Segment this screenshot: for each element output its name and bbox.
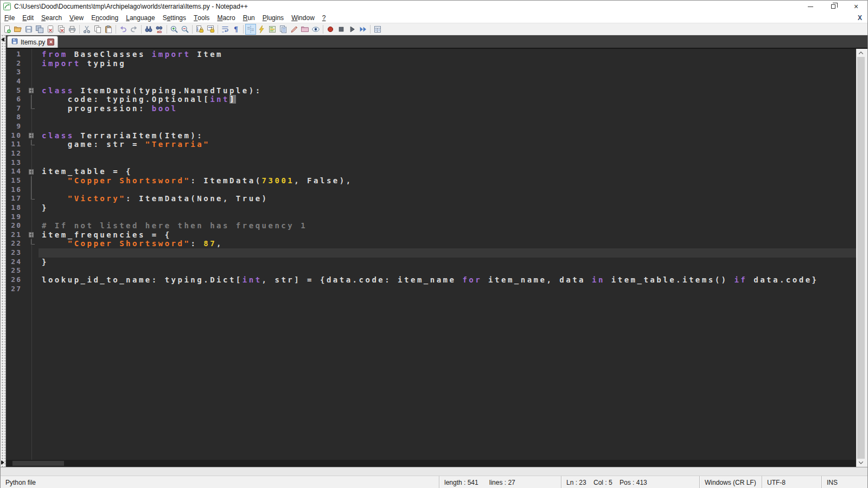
menu-item-help[interactable]: ? xyxy=(318,12,330,23)
vertical-scrollbar-track[interactable] xyxy=(857,57,865,459)
docking-grip[interactable] xyxy=(1,35,6,467)
menu-item-file[interactable]: File xyxy=(1,12,18,23)
print-button[interactable] xyxy=(67,24,78,35)
line-number[interactable]: 7 xyxy=(6,104,27,113)
collapse-right-arrow-icon[interactable] xyxy=(1,460,4,465)
vertical-scrollbar-thumb[interactable] xyxy=(857,57,865,459)
line-number[interactable]: 17 xyxy=(6,194,27,203)
code-line-5[interactable]: class ItemData(typing.NamedTuple): xyxy=(39,86,856,95)
show-indent-guide-button[interactable] xyxy=(245,24,256,35)
close-all-button[interactable] xyxy=(56,24,67,35)
line-number[interactable]: 4 xyxy=(6,77,27,86)
line-number[interactable]: 12 xyxy=(6,149,27,158)
cut-button[interactable] xyxy=(81,24,92,35)
line-number[interactable]: 3 xyxy=(6,68,27,77)
macro-run-multiple-button[interactable] xyxy=(358,24,368,35)
macro-play-button[interactable] xyxy=(347,24,358,35)
line-number[interactable]: 16 xyxy=(6,185,27,195)
line-number[interactable]: 8 xyxy=(6,113,27,122)
code-line-14[interactable]: item_table = { xyxy=(39,167,856,176)
collapse-left-arrow-icon[interactable] xyxy=(1,37,4,42)
code-line-13[interactable] xyxy=(39,158,856,168)
code-line-12[interactable] xyxy=(39,149,856,158)
line-number[interactable]: 26 xyxy=(6,275,27,285)
vertical-scrollbar[interactable] xyxy=(856,49,865,467)
edit-marker-button[interactable] xyxy=(289,24,299,35)
code-line-2[interactable]: import typing xyxy=(39,59,856,68)
scroll-up-arrow-icon[interactable] xyxy=(857,49,865,57)
open-button[interactable] xyxy=(12,24,23,35)
code-line-25[interactable] xyxy=(39,266,856,275)
status-eol-format[interactable]: Windows (CR LF) xyxy=(699,476,762,488)
menu-item-view[interactable]: View xyxy=(66,12,87,23)
status-encoding[interactable]: UTF-8 xyxy=(762,476,821,488)
code-line-11[interactable]: game: str = "Terraria" xyxy=(39,140,856,149)
menu-item-language[interactable]: Language xyxy=(122,12,158,23)
code-line-17[interactable]: "Victory": ItemData(None, True) xyxy=(39,194,856,203)
close-button[interactable] xyxy=(45,24,56,35)
menu-item-plugins[interactable]: Plugins xyxy=(259,12,288,23)
menu-item-window[interactable]: Window xyxy=(288,12,318,23)
scroll-down-arrow-icon[interactable] xyxy=(857,459,865,467)
function-list-button[interactable] xyxy=(256,24,267,35)
line-number[interactable]: 20 xyxy=(6,221,27,230)
save-button[interactable] xyxy=(23,24,34,35)
line-number[interactable]: 21 xyxy=(6,230,27,240)
code-line-6[interactable]: code: typing.Optional[int] xyxy=(39,95,856,104)
code-line-20[interactable]: # If not listed here then has frequency … xyxy=(39,221,856,230)
line-number[interactable]: 9 xyxy=(6,122,27,131)
tab-close-icon[interactable]: × xyxy=(47,38,54,46)
sync-scroll-horizontal-button[interactable] xyxy=(205,24,216,35)
code-line-27[interactable] xyxy=(39,285,856,294)
macro-record-button[interactable] xyxy=(325,24,336,35)
line-number[interactable]: 22 xyxy=(6,239,27,248)
code-line-18[interactable]: } xyxy=(39,203,856,213)
line-number[interactable]: 27 xyxy=(6,285,27,294)
line-number[interactable]: 6 xyxy=(6,95,27,104)
folder-as-workspace-button[interactable] xyxy=(299,24,310,35)
code-line-7[interactable]: progression: bool xyxy=(39,104,856,113)
redo-button[interactable] xyxy=(129,24,139,35)
zoom-out-button[interactable] xyxy=(180,24,190,35)
line-number[interactable]: 25 xyxy=(6,266,27,275)
line-number[interactable]: 15 xyxy=(6,176,27,185)
code-line-8[interactable] xyxy=(39,113,856,122)
paste-button[interactable] xyxy=(103,24,114,35)
save-all-button[interactable] xyxy=(34,24,45,35)
code-line-26[interactable]: lookup_id_to_name: typing.Dict[int, str]… xyxy=(39,275,856,285)
close-button[interactable]: × xyxy=(845,1,867,12)
line-number[interactable]: 24 xyxy=(6,258,27,267)
document-map-button[interactable] xyxy=(267,24,278,35)
line-number[interactable]: 18 xyxy=(6,203,27,213)
line-number[interactable]: 13 xyxy=(6,158,27,168)
line-number[interactable]: 11 xyxy=(6,140,27,149)
new-file-button[interactable] xyxy=(2,24,12,35)
code-line-19[interactable] xyxy=(39,213,856,222)
status-insert-mode[interactable]: INS xyxy=(821,476,867,488)
zoom-in-button[interactable] xyxy=(169,24,180,35)
menu-item-macro[interactable]: Macro xyxy=(213,12,239,23)
document-list-button[interactable] xyxy=(278,24,289,35)
sync-scroll-vertical-button[interactable] xyxy=(194,24,205,35)
copy-button[interactable] xyxy=(92,24,103,35)
line-number[interactable]: 19 xyxy=(6,213,27,222)
menu-item-encoding[interactable]: Encoding xyxy=(87,12,122,23)
line-number[interactable]: 1 xyxy=(6,50,27,59)
line-number[interactable]: 2 xyxy=(6,59,27,68)
editor-text-area[interactable]: 1from BaseClasses import Item2import typ… xyxy=(6,49,856,467)
show-all-characters-button[interactable]: ¶ xyxy=(231,24,241,35)
restore-button[interactable] xyxy=(822,1,845,12)
code-line-24[interactable]: } xyxy=(39,258,856,267)
document-switcher-button[interactable] xyxy=(372,24,383,35)
monitoring-button[interactable] xyxy=(310,24,321,35)
find-button[interactable] xyxy=(143,24,154,35)
menu-item-tools[interactable]: Tools xyxy=(190,12,213,23)
line-number[interactable]: 10 xyxy=(6,131,27,140)
code-line-1[interactable]: from BaseClasses import Item xyxy=(39,50,856,59)
line-number[interactable]: 5 xyxy=(6,86,27,95)
code-line-9[interactable] xyxy=(39,122,856,131)
close-document-x-button[interactable]: X xyxy=(858,14,862,22)
code-line-16[interactable] xyxy=(39,185,856,195)
code-line-10[interactable]: class TerrariaItem(Item): xyxy=(39,131,856,140)
code-line-21[interactable]: item_frequencies = { xyxy=(39,230,856,240)
